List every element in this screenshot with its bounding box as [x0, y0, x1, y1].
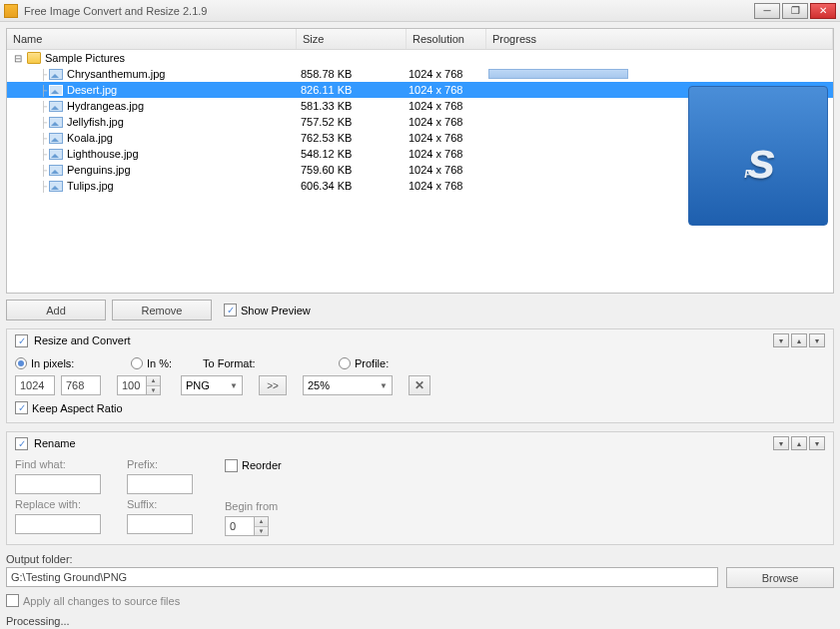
file-resolution: 1024 x 768	[409, 116, 488, 128]
folder-icon	[27, 52, 41, 64]
rename-enable-checkbox[interactable]: ✓	[15, 437, 28, 450]
file-resolution: 1024 x 768	[409, 132, 488, 144]
processing-label: Processing...	[6, 615, 834, 627]
preview-logo: Fs	[688, 86, 828, 226]
begin-input[interactable]	[225, 516, 255, 536]
file-name: Jellyfish.jpg	[67, 116, 301, 128]
file-name: Desert.jpg	[67, 84, 301, 96]
profile-radio[interactable]	[339, 357, 351, 369]
resize-panel: ✓ Resize and Convert ▾ ▴ ▾ In pixels: In…	[6, 328, 834, 423]
output-folder-label: Output folder:	[6, 553, 834, 565]
file-row[interactable]: ├Chrysanthemum.jpg858.78 KB1024 x 768	[7, 66, 833, 82]
tree-branch-icon: ├	[40, 117, 47, 128]
file-name: Tulips.jpg	[67, 180, 301, 192]
find-label: Find what:	[15, 458, 101, 470]
percent-spinner[interactable]: ▲▼	[147, 375, 161, 395]
file-resolution: 1024 x 768	[409, 84, 488, 96]
begin-spinner[interactable]: ▲▼	[255, 516, 269, 536]
percent-input[interactable]	[117, 375, 147, 395]
reorder-label: Reorder	[242, 459, 282, 471]
file-size: 548.12 KB	[301, 148, 409, 160]
panel-down-icon[interactable]: ▾	[809, 436, 825, 450]
folder-row[interactable]: ⊟ Sample Pictures	[7, 50, 833, 66]
keep-aspect-label: Keep Aspect Ratio	[32, 402, 123, 414]
column-progress[interactable]: Progress	[486, 29, 833, 49]
panel-collapse-icon[interactable]: ▾	[773, 436, 789, 450]
chevron-down-icon: ▼	[230, 381, 238, 390]
file-size: 606.34 KB	[301, 180, 409, 192]
folder-label: Sample Pictures	[45, 52, 125, 64]
replace-label: Replace with:	[15, 498, 101, 510]
image-icon	[49, 85, 63, 96]
image-icon	[49, 181, 63, 192]
tree-branch-icon: ├	[40, 181, 47, 192]
image-icon	[49, 165, 63, 176]
remove-button[interactable]: Remove	[112, 300, 212, 320]
column-resolution[interactable]: Resolution	[407, 29, 486, 49]
tree-expander-icon[interactable]: ⊟	[13, 53, 23, 64]
image-icon	[49, 69, 63, 80]
file-resolution: 1024 x 768	[409, 164, 488, 176]
profile-combo[interactable]: 25% ▼	[303, 375, 393, 395]
panel-up-icon[interactable]: ▴	[791, 436, 807, 450]
in-pixels-label: In pixels:	[31, 357, 74, 369]
file-name: Hydrangeas.jpg	[67, 100, 301, 112]
height-input[interactable]	[61, 375, 101, 395]
window-title: Free Image Convert and Resize 2.1.9	[24, 5, 754, 17]
chevron-down-icon: ▼	[380, 381, 388, 390]
file-resolution: 1024 x 768	[409, 68, 488, 80]
browse-button[interactable]: Browse	[726, 567, 834, 588]
file-size: 757.52 KB	[301, 116, 409, 128]
close-button[interactable]: ✕	[810, 3, 836, 19]
column-size[interactable]: Size	[297, 29, 407, 49]
logo-s: s	[747, 131, 772, 189]
width-input[interactable]	[15, 375, 55, 395]
in-percent-label: In %:	[147, 357, 172, 369]
panel-down-icon[interactable]: ▾	[809, 333, 825, 347]
image-icon	[49, 133, 63, 144]
panel-collapse-icon[interactable]: ▾	[773, 333, 789, 347]
column-name[interactable]: Name	[7, 29, 297, 49]
file-resolution: 1024 x 768	[409, 148, 488, 160]
in-percent-radio[interactable]	[131, 357, 143, 369]
file-size: 858.78 KB	[301, 68, 409, 80]
apply-all-checkbox[interactable]: ✓	[6, 594, 19, 607]
suffix-input[interactable]	[127, 514, 193, 534]
output-folder-input[interactable]	[6, 567, 718, 587]
replace-input[interactable]	[15, 514, 101, 534]
file-name: Koala.jpg	[67, 132, 301, 144]
to-format-label: To Format:	[203, 357, 269, 369]
in-pixels-radio[interactable]	[15, 357, 27, 369]
tree-branch-icon: ├	[40, 149, 47, 160]
format-combo[interactable]: PNG ▼	[181, 375, 243, 395]
image-icon	[49, 149, 63, 160]
file-name: Penguins.jpg	[67, 164, 301, 176]
file-size: 581.33 KB	[301, 100, 409, 112]
tree-branch-icon: ├	[40, 85, 47, 96]
find-input[interactable]	[15, 474, 101, 494]
minimize-button[interactable]: ─	[754, 3, 780, 19]
reorder-checkbox[interactable]: ✓	[225, 459, 238, 472]
prefix-label: Prefix:	[127, 458, 199, 470]
apply-format-button[interactable]: >>	[259, 375, 287, 395]
file-size: 759.60 KB	[301, 164, 409, 176]
clear-profile-button[interactable]: ✕	[409, 375, 430, 395]
format-value: PNG	[186, 379, 210, 391]
prefix-input[interactable]	[127, 474, 193, 494]
image-icon	[49, 101, 63, 112]
resize-enable-checkbox[interactable]: ✓	[15, 334, 28, 347]
panel-up-icon[interactable]: ▴	[791, 333, 807, 347]
file-progress	[488, 69, 833, 79]
apply-all-label: Apply all changes to source files	[23, 595, 180, 607]
keep-aspect-checkbox[interactable]: ✓	[15, 401, 28, 414]
maximize-button[interactable]: ❐	[782, 3, 808, 19]
file-name: Lighthouse.jpg	[67, 148, 301, 160]
titlebar: Free Image Convert and Resize 2.1.9 ─ ❐ …	[0, 0, 840, 22]
tree-branch-icon: ├	[40, 101, 47, 112]
begin-label: Begin from	[225, 500, 282, 512]
add-button[interactable]: Add	[6, 300, 106, 320]
profile-label: Profile:	[355, 357, 389, 369]
show-preview-checkbox[interactable]: ✓	[224, 304, 237, 316]
tree-branch-icon: ├	[40, 165, 47, 176]
profile-value: 25%	[308, 379, 330, 391]
